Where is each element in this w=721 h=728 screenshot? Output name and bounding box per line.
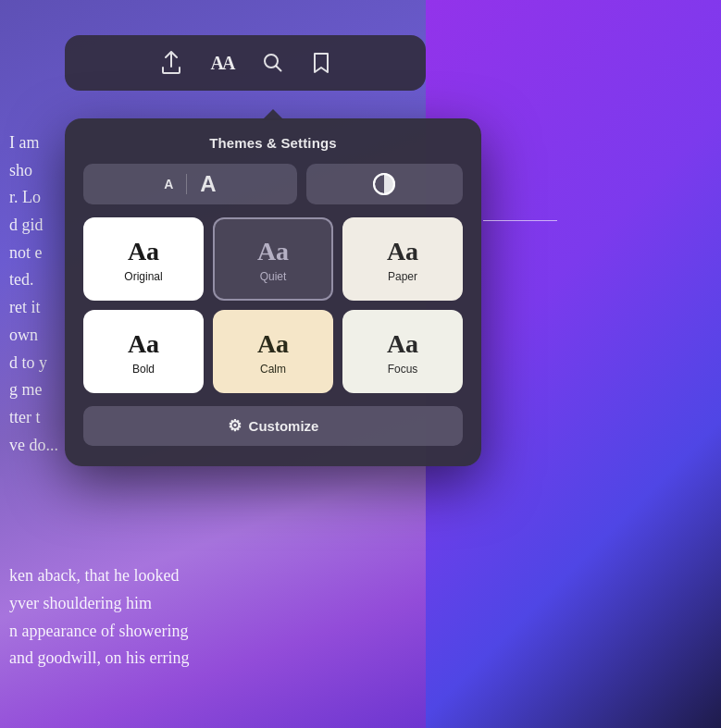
- theme-focus-label: Focus: [388, 363, 418, 376]
- theme-paper-aa: Aa: [387, 239, 418, 265]
- themes-settings-panel: Themes & Settings A A Aa Original Aa Qui…: [65, 118, 481, 466]
- search-icon[interactable]: [263, 53, 283, 73]
- contrast-button[interactable]: [306, 164, 463, 204]
- theme-quiet[interactable]: Aa Quiet: [213, 217, 333, 301]
- theme-original-aa: Aa: [128, 239, 159, 265]
- customize-label: Customize: [249, 418, 319, 434]
- theme-paper-label: Paper: [388, 270, 417, 283]
- theme-calm[interactable]: Aa Calm: [213, 310, 333, 393]
- gear-icon: ⚙: [228, 416, 242, 436]
- share-icon[interactable]: [161, 51, 181, 75]
- theme-bold-label: Bold: [132, 363, 155, 376]
- theme-original-label: Original: [124, 270, 162, 283]
- theme-calm-label: Calm: [260, 363, 286, 376]
- reader-text-bottom: ken aback, that he looked yver shoulderi…: [0, 562, 296, 672]
- font-size-control[interactable]: A A: [83, 164, 297, 204]
- font-size-icon[interactable]: AA: [211, 53, 234, 74]
- font-size-divider: [186, 174, 187, 194]
- bookmark-icon[interactable]: [313, 52, 329, 74]
- theme-calm-aa: Aa: [257, 331, 289, 357]
- toolbar: AA: [65, 35, 426, 91]
- customize-button[interactable]: ⚙ Customize: [83, 406, 463, 446]
- font-size-increase[interactable]: A: [200, 171, 216, 197]
- connector-line: [483, 220, 557, 221]
- font-size-decrease[interactable]: A: [164, 177, 173, 191]
- theme-focus[interactable]: Aa Focus: [342, 310, 463, 393]
- theme-quiet-label: Quiet: [260, 270, 287, 283]
- theme-quiet-aa: Aa: [257, 239, 289, 265]
- theme-grid: Aa Original Aa Quiet Aa Paper Aa Bold Aa…: [83, 217, 463, 393]
- options-row: A A: [83, 164, 463, 204]
- theme-original[interactable]: Aa Original: [83, 217, 204, 301]
- theme-focus-aa: Aa: [387, 331, 418, 357]
- panel-title: Themes & Settings: [83, 135, 463, 151]
- theme-bold[interactable]: Aa Bold: [83, 310, 204, 393]
- theme-bold-aa: Aa: [128, 331, 159, 357]
- theme-paper[interactable]: Aa Paper: [342, 217, 463, 301]
